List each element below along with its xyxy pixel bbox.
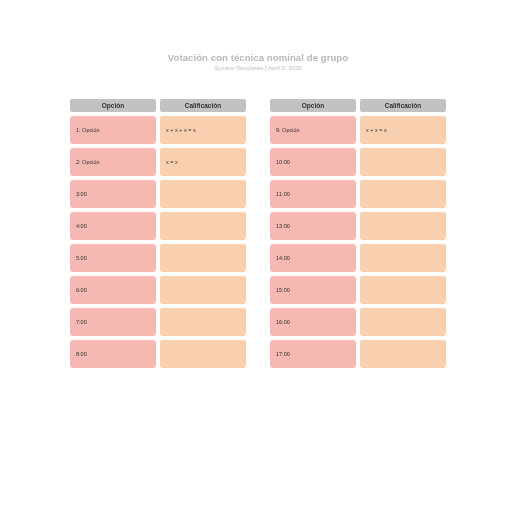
option-cell: 15:00: [270, 276, 356, 304]
option-cell: 8:00: [70, 340, 156, 368]
rating-cell: [360, 148, 446, 176]
page-title: Votación con técnica nominal de grupo: [0, 52, 516, 63]
table-row: 6:00: [70, 276, 246, 304]
table-row: 2: Opción x = x: [70, 148, 246, 176]
rating-cell: [160, 180, 246, 208]
option-cell: 2: Opción: [70, 148, 156, 176]
rating-cell: [160, 340, 246, 368]
rating-cell: [360, 244, 446, 272]
table-row: 15:00: [270, 276, 446, 304]
left-table: Opción Calificación 1: Opción x + x + x …: [70, 99, 246, 368]
option-cell: 9: Opción: [270, 116, 356, 144]
table-row: 9: Opción x + x = x: [270, 116, 446, 144]
rating-cell: x + x + x = x: [160, 116, 246, 144]
table-row: 17:00: [270, 340, 446, 368]
table-header-row: Opción Calificación: [70, 99, 246, 112]
table-row: 16:00: [270, 308, 446, 336]
table-row: 1: Opción x + x + x = x: [70, 116, 246, 144]
tables-wrapper: Opción Calificación 1: Opción x + x + x …: [0, 99, 516, 368]
rating-cell: [160, 276, 246, 304]
option-cell: 11:00: [270, 180, 356, 208]
table-row: 3:00: [70, 180, 246, 208]
table-header-row: Opción Calificación: [270, 99, 446, 112]
header-rating: Calificación: [160, 99, 246, 112]
rating-cell: [160, 244, 246, 272]
header-option: Opción: [70, 99, 156, 112]
table-row: 11:00: [270, 180, 446, 208]
option-cell: 4:00: [70, 212, 156, 240]
option-cell: 13:00: [270, 212, 356, 240]
rating-cell: [160, 308, 246, 336]
rating-cell: [360, 340, 446, 368]
rating-cell: [360, 276, 446, 304]
table-row: 13:00: [270, 212, 446, 240]
option-cell: 14:00: [270, 244, 356, 272]
rating-cell: x = x: [160, 148, 246, 176]
table-row: 8:00: [70, 340, 246, 368]
table-row: 5:00: [70, 244, 246, 272]
table-row: 10:00: [270, 148, 446, 176]
option-cell: 7:00: [70, 308, 156, 336]
rating-cell: x + x = x: [360, 116, 446, 144]
option-cell: 17:00: [270, 340, 356, 368]
rating-cell: [360, 308, 446, 336]
rating-cell: [360, 212, 446, 240]
rating-cell: [160, 212, 246, 240]
option-cell: 10:00: [270, 148, 356, 176]
header-option: Opción: [270, 99, 356, 112]
table-row: 7:00: [70, 308, 246, 336]
option-cell: 6:00: [70, 276, 156, 304]
header-rating: Calificación: [360, 99, 446, 112]
table-row: 4:00: [70, 212, 246, 240]
option-cell: 3:00: [70, 180, 156, 208]
rating-cell: [360, 180, 446, 208]
table-row: 14:00: [270, 244, 446, 272]
option-cell: 16:00: [270, 308, 356, 336]
right-table: Opción Calificación 9: Opción x + x = x …: [270, 99, 446, 368]
option-cell: 1: Opción: [70, 116, 156, 144]
page-subtitle: System Templates | April 3, 2025: [0, 65, 516, 71]
option-cell: 5:00: [70, 244, 156, 272]
